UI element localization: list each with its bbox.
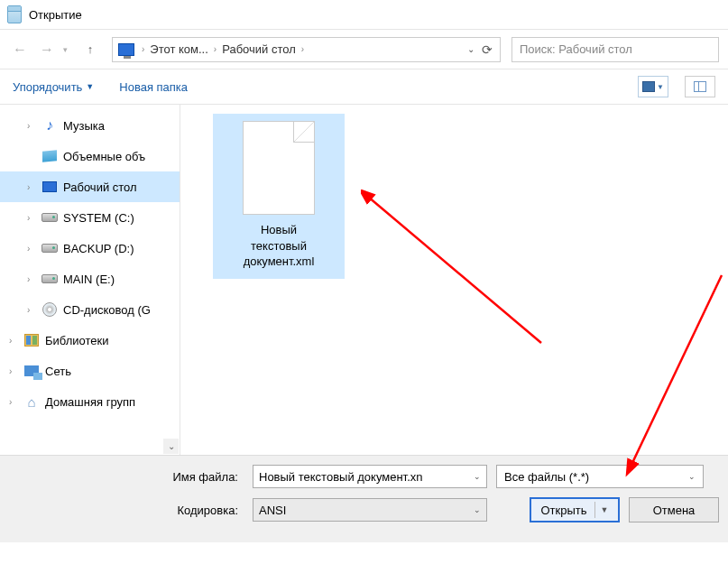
chevron-down-icon[interactable]: ⌄ bbox=[474, 472, 481, 481]
cd-icon bbox=[42, 302, 57, 317]
breadcrumb-this-pc[interactable]: Этот ком... bbox=[146, 42, 212, 56]
cancel-button[interactable]: Отмена bbox=[629, 497, 719, 522]
notepad-icon bbox=[7, 5, 22, 23]
tree-item-main-e[interactable]: › MAIN (E:) bbox=[0, 264, 180, 294]
expand-icon[interactable]: › bbox=[27, 305, 36, 315]
forward-button[interactable]: → bbox=[36, 39, 58, 60]
organize-button[interactable]: Упорядочить▼ bbox=[13, 80, 94, 94]
address-dropdown-icon[interactable]: ⌄ bbox=[467, 44, 475, 54]
refresh-icon[interactable]: ⟳ bbox=[482, 42, 493, 57]
chevron-right-icon: › bbox=[299, 44, 306, 54]
toolbar: Упорядочить▼ Новая папка ▼ bbox=[0, 69, 728, 105]
pane-icon bbox=[694, 81, 706, 92]
chevron-right-icon: › bbox=[140, 44, 146, 54]
file-type-select[interactable]: Все файлы (*.*) ⌄ bbox=[496, 465, 704, 488]
file-list[interactable]: Новый текстовый документ.xml bbox=[180, 105, 728, 455]
expand-icon[interactable]: › bbox=[9, 366, 18, 376]
tree-item-libraries[interactable]: › Библиотеки bbox=[0, 325, 180, 356]
view-icon bbox=[642, 81, 655, 92]
titlebar: Открытие bbox=[0, 0, 728, 29]
tree-item-network[interactable]: › Сеть bbox=[0, 356, 180, 386]
file-item[interactable]: Новый текстовый документ.xml bbox=[213, 114, 345, 279]
view-mode-button[interactable]: ▼ bbox=[638, 76, 668, 97]
chevron-down-icon[interactable]: ⌄ bbox=[688, 472, 696, 481]
preview-pane-button[interactable] bbox=[685, 76, 715, 97]
tree-panel: › ♪ Музыка › Объемные объ › Рабочий стол… bbox=[0, 105, 180, 455]
tree-item-desktop[interactable]: › Рабочий стол bbox=[0, 171, 180, 202]
window-title: Открытие bbox=[29, 8, 82, 22]
main-area: › ♪ Музыка › Объемные объ › Рабочий стол… bbox=[0, 105, 728, 455]
chevron-down-icon: ▼ bbox=[86, 82, 94, 91]
filename-input[interactable]: Новый текстовый документ.xn ⌄ bbox=[253, 465, 487, 488]
tree-item-volumes[interactable]: › Объемные объ bbox=[0, 141, 180, 171]
chevron-right-icon: › bbox=[212, 44, 218, 54]
tree-item-music[interactable]: › ♪ Музыка bbox=[0, 110, 180, 141]
file-label: Новый текстовый документ.xml bbox=[244, 222, 315, 270]
chevron-down-icon: ▼ bbox=[657, 83, 664, 91]
encoding-select[interactable]: ANSI ⌄ bbox=[253, 498, 487, 522]
expand-icon[interactable]: › bbox=[27, 182, 36, 192]
up-button[interactable]: ↑ bbox=[79, 39, 101, 60]
drive-icon bbox=[41, 244, 58, 253]
libraries-icon bbox=[24, 334, 39, 347]
new-folder-button[interactable]: Новая папка bbox=[119, 80, 188, 94]
filename-label: Имя файла: bbox=[9, 470, 244, 484]
document-icon bbox=[243, 121, 315, 215]
tree-item-cd[interactable]: › CD-дисковод (G bbox=[0, 294, 180, 325]
network-icon bbox=[24, 365, 39, 376]
breadcrumb-desktop[interactable]: Рабочий стол bbox=[218, 42, 299, 56]
homegroup-icon: ⌂ bbox=[23, 393, 40, 410]
open-button[interactable]: Открыть ▼ bbox=[530, 497, 620, 522]
history-dropdown[interactable]: ▾ bbox=[63, 45, 74, 54]
address-bar[interactable]: › Этот ком... › Рабочий стол › ⌄ ⟳ bbox=[112, 37, 501, 62]
encoding-label: Кодировка: bbox=[9, 504, 244, 517]
desktop-icon bbox=[42, 181, 57, 192]
search-input[interactable]: Поиск: Рабочий стол bbox=[511, 37, 719, 62]
expand-icon[interactable]: › bbox=[27, 121, 36, 131]
expand-icon[interactable]: › bbox=[27, 213, 36, 223]
this-pc-icon bbox=[118, 43, 134, 56]
music-icon: ♪ bbox=[41, 117, 58, 134]
drive-icon bbox=[41, 274, 58, 283]
chevron-down-icon[interactable]: ▼ bbox=[594, 502, 609, 518]
expand-icon[interactable]: › bbox=[9, 397, 18, 407]
footer: Имя файла: Новый текстовый документ.xn ⌄… bbox=[0, 455, 728, 542]
expand-icon[interactable]: › bbox=[9, 336, 18, 346]
expand-icon[interactable]: › bbox=[27, 274, 36, 284]
navigation-bar: ← → ▾ ↑ › Этот ком... › Рабочий стол › ⌄… bbox=[0, 29, 728, 69]
tree-item-system-c[interactable]: › SYSTEM (C:) bbox=[0, 202, 180, 233]
volumes-icon bbox=[42, 150, 57, 162]
tree-item-homegroup[interactable]: › ⌂ Домашняя групп bbox=[0, 386, 180, 417]
drive-icon bbox=[41, 213, 58, 222]
tree-item-backup-d[interactable]: › BACKUP (D:) bbox=[0, 233, 180, 264]
expand-icon[interactable]: › bbox=[27, 244, 36, 254]
search-placeholder: Поиск: Рабочий стол bbox=[520, 42, 632, 56]
scroll-down-button[interactable]: ⌄ bbox=[163, 439, 179, 454]
chevron-down-icon[interactable]: ⌄ bbox=[474, 505, 481, 514]
back-button[interactable]: ← bbox=[9, 39, 31, 60]
